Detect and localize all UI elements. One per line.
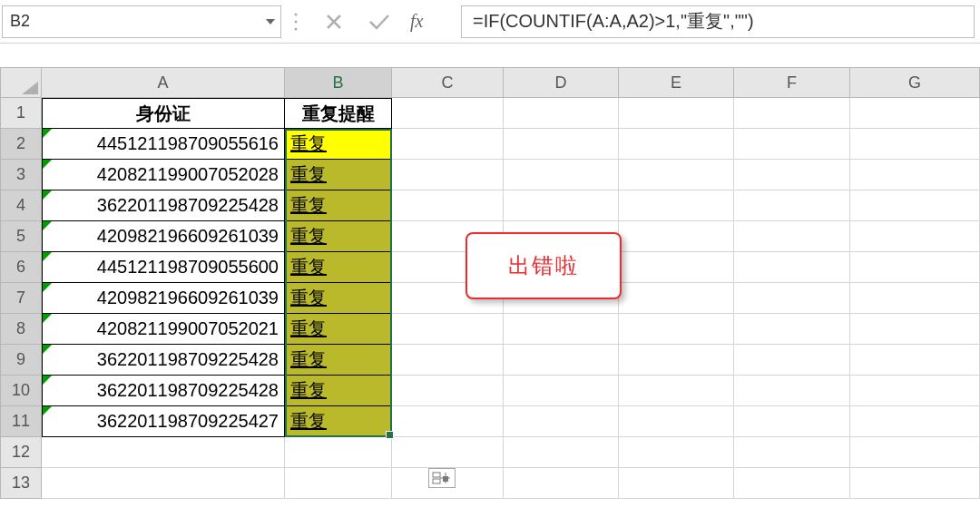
- cell[interactable]: [392, 160, 504, 190]
- row-header-4[interactable]: 4: [0, 190, 42, 221]
- row-header-10[interactable]: 10: [0, 376, 42, 406]
- cell[interactable]: [850, 221, 980, 252]
- cell[interactable]: [850, 190, 980, 221]
- cell[interactable]: [850, 283, 980, 314]
- cell[interactable]: [504, 160, 619, 190]
- cell[interactable]: [734, 129, 850, 160]
- row-header-7[interactable]: 7: [0, 283, 42, 314]
- cell-id[interactable]: 362201198709225428: [42, 376, 285, 406]
- cell-dup[interactable]: 重复: [285, 160, 392, 190]
- cell[interactable]: [734, 98, 850, 129]
- cell[interactable]: [850, 129, 980, 160]
- cell[interactable]: [504, 190, 619, 221]
- row-header-2[interactable]: 2: [0, 129, 42, 160]
- cell-dup[interactable]: 重复: [285, 345, 392, 376]
- col-header-G[interactable]: G: [850, 67, 980, 98]
- cell[interactable]: [619, 376, 734, 406]
- cell[interactable]: [504, 376, 619, 406]
- cell-dup[interactable]: 重复: [285, 129, 392, 160]
- cell[interactable]: [734, 252, 850, 283]
- row-header-6[interactable]: 6: [0, 252, 42, 283]
- cell-dup[interactable]: 重复: [285, 252, 392, 283]
- cell-id[interactable]: 445121198709055616: [42, 129, 285, 160]
- cell[interactable]: [285, 468, 392, 499]
- autofill-options-button[interactable]: [428, 468, 456, 488]
- cell[interactable]: [850, 252, 980, 283]
- cell[interactable]: [619, 160, 734, 190]
- cell-id[interactable]: 362201198709225428: [42, 345, 285, 376]
- cell-id[interactable]: 445121198709055600: [42, 252, 285, 283]
- row-header-5[interactable]: 5: [0, 221, 42, 252]
- chevron-down-icon[interactable]: [266, 19, 275, 24]
- cell[interactable]: [392, 98, 504, 129]
- cell[interactable]: [850, 406, 980, 437]
- fx-label[interactable]: fx: [410, 11, 452, 32]
- row-header-1[interactable]: 1: [0, 98, 42, 129]
- cell[interactable]: [734, 190, 850, 221]
- cell[interactable]: [850, 314, 980, 345]
- cell-dup[interactable]: 重复: [285, 376, 392, 406]
- cell[interactable]: [850, 437, 980, 468]
- name-box[interactable]: B2: [2, 5, 281, 38]
- cell[interactable]: [504, 406, 619, 437]
- formula-input[interactable]: =IF(COUNTIF(A:A,A2)>1,"重复",""): [461, 5, 975, 38]
- cell-id[interactable]: 420982196609261039: [42, 221, 285, 252]
- col-header-A[interactable]: A: [42, 67, 285, 98]
- row-header-8[interactable]: 8: [0, 314, 42, 345]
- row-header-3[interactable]: 3: [0, 160, 42, 190]
- cell[interactable]: [734, 437, 850, 468]
- cell-id[interactable]: 420821199007052028: [42, 160, 285, 190]
- select-all-corner[interactable]: [0, 67, 42, 98]
- cell[interactable]: [619, 98, 734, 129]
- cell[interactable]: [392, 406, 504, 437]
- cell[interactable]: [734, 160, 850, 190]
- cell[interactable]: [619, 190, 734, 221]
- cell[interactable]: [504, 98, 619, 129]
- cell-dup[interactable]: 重复: [285, 283, 392, 314]
- split-handle-icon[interactable]: [281, 12, 310, 32]
- cell[interactable]: [850, 98, 980, 129]
- cell[interactable]: [619, 252, 734, 283]
- cell[interactable]: [42, 437, 285, 468]
- cell[interactable]: [734, 376, 850, 406]
- cell[interactable]: [392, 129, 504, 160]
- cell[interactable]: [850, 376, 980, 406]
- confirm-icon[interactable]: [365, 7, 394, 36]
- cell[interactable]: [504, 437, 619, 468]
- cell[interactable]: [619, 468, 734, 499]
- cell-id[interactable]: 362201198709225428: [42, 190, 285, 221]
- cell[interactable]: [392, 314, 504, 345]
- cell-dup[interactable]: 重复: [285, 406, 392, 437]
- cell-dup[interactable]: 重复: [285, 314, 392, 345]
- col-header-C[interactable]: C: [392, 67, 504, 98]
- header-cell-dup[interactable]: 重复提醒: [285, 98, 392, 129]
- cell[interactable]: [392, 376, 504, 406]
- cell[interactable]: [850, 345, 980, 376]
- cell[interactable]: [619, 221, 734, 252]
- cell[interactable]: [504, 129, 619, 160]
- cell[interactable]: [619, 129, 734, 160]
- col-header-D[interactable]: D: [504, 67, 619, 98]
- cell[interactable]: [734, 406, 850, 437]
- cell[interactable]: [504, 314, 619, 345]
- cancel-icon[interactable]: [319, 7, 348, 36]
- cell[interactable]: [392, 190, 504, 221]
- cell-dup[interactable]: 重复: [285, 190, 392, 221]
- col-header-B[interactable]: B: [285, 67, 392, 98]
- row-header-9[interactable]: 9: [0, 345, 42, 376]
- cell[interactable]: [392, 345, 504, 376]
- row-header-13[interactable]: 13: [0, 468, 42, 499]
- cell[interactable]: [504, 345, 619, 376]
- row-header-11[interactable]: 11: [0, 406, 42, 437]
- header-cell-id[interactable]: 身份证: [42, 98, 285, 129]
- cell[interactable]: [850, 468, 980, 499]
- cell[interactable]: [734, 314, 850, 345]
- cell[interactable]: [619, 283, 734, 314]
- col-header-E[interactable]: E: [619, 67, 734, 98]
- cell[interactable]: [619, 314, 734, 345]
- cell[interactable]: [285, 437, 392, 468]
- cell[interactable]: [619, 345, 734, 376]
- col-header-F[interactable]: F: [734, 67, 850, 98]
- cell-dup[interactable]: 重复: [285, 221, 392, 252]
- cell[interactable]: [392, 437, 504, 468]
